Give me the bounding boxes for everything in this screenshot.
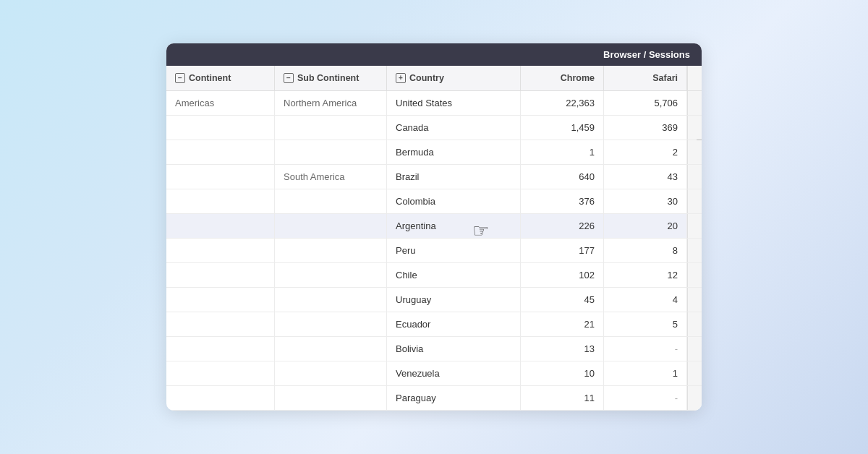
scroll-track-cell — [687, 288, 702, 312]
scroll-track-cell — [687, 140, 702, 164]
continent-cell — [166, 312, 275, 336]
table-row[interactable]: Bermuda12 — [166, 140, 702, 165]
chrome-cell: 1,459 — [521, 116, 604, 140]
country-expand-icon[interactable]: + — [396, 73, 406, 83]
table-row[interactable]: South AmericaBrazil64043 — [166, 165, 702, 189]
sub-continent-cell — [275, 214, 387, 238]
chrome-cell: 640 — [521, 165, 604, 189]
table-row[interactable]: Colombia37630 — [166, 189, 702, 214]
continent-cell — [166, 239, 275, 262]
sub-continent-cell — [275, 140, 387, 164]
table-row[interactable]: Canada1,459369 — [166, 116, 702, 140]
chrome-cell: 45 — [521, 288, 604, 312]
table-row[interactable]: Paraguay11- — [166, 386, 702, 411]
country-cell: Chile — [387, 263, 521, 287]
continent-header[interactable]: − Continent — [166, 66, 275, 90]
scroll-track-cell — [687, 386, 702, 410]
continent-header-label: Continent — [189, 73, 231, 83]
header-title: Browser / Sessions — [603, 49, 690, 60]
chrome-cell: 1 — [521, 140, 604, 164]
continent-cell — [166, 288, 275, 312]
safari-cell: 12 — [604, 263, 687, 287]
country-cell: Venezuela — [387, 361, 521, 385]
sub-continent-cell: Northern America — [275, 91, 387, 115]
safari-cell: 5 — [604, 312, 687, 336]
continent-cell — [166, 165, 275, 189]
safari-cell: 43 — [604, 165, 687, 189]
country-cell: Peru — [387, 239, 521, 262]
table-row[interactable]: Peru1778 — [166, 239, 702, 263]
chrome-cell: 10 — [521, 361, 604, 385]
safari-cell: 20 — [604, 214, 687, 238]
sub-continent-collapse-icon[interactable]: − — [284, 73, 294, 83]
sub-continent-cell — [275, 337, 387, 361]
continent-cell — [166, 140, 275, 164]
scroll-header — [687, 66, 702, 90]
chrome-cell: 21 — [521, 312, 604, 336]
continent-cell: Americas — [166, 91, 275, 115]
country-cell: Bermuda — [387, 140, 521, 164]
chrome-cell: 177 — [521, 239, 604, 262]
continent-cell — [166, 214, 275, 238]
safari-cell: - — [604, 337, 687, 361]
data-table: Browser / Sessions − Continent − Sub Con… — [166, 43, 702, 411]
country-cell: Uruguay — [387, 288, 521, 312]
chrome-cell: 102 — [521, 263, 604, 287]
continent-collapse-icon[interactable]: − — [175, 73, 185, 83]
sub-continent-header[interactable]: − Sub Continent — [275, 66, 387, 90]
safari-cell: 1 — [604, 361, 687, 385]
country-cell: Bolivia — [387, 337, 521, 361]
sub-continent-header-label: Sub Continent — [297, 73, 359, 83]
sub-continent-cell — [275, 263, 387, 287]
safari-cell: - — [604, 386, 687, 410]
column-headers: − Continent − Sub Continent + Country Ch… — [166, 66, 702, 91]
scroll-track-cell — [687, 189, 702, 213]
continent-cell — [166, 386, 275, 410]
country-cell: Argentina☞ — [387, 214, 521, 238]
sub-continent-cell — [275, 386, 387, 410]
scroll-track-cell — [687, 239, 702, 262]
table-row[interactable]: Argentina☞22620 — [166, 214, 702, 239]
safari-header-label: Safari — [652, 73, 678, 83]
table-row[interactable]: Chile10212 — [166, 263, 702, 288]
continent-cell — [166, 361, 275, 385]
sub-continent-cell — [275, 189, 387, 213]
chrome-header-label: Chrome — [561, 73, 595, 83]
scroll-track-cell — [687, 116, 702, 140]
table-row[interactable]: Venezuela101 — [166, 361, 702, 386]
country-cell: United States — [387, 91, 521, 115]
country-cell: Canada — [387, 116, 521, 140]
sub-continent-cell — [275, 312, 387, 336]
chrome-cell: 13 — [521, 337, 604, 361]
table-row[interactable]: AmericasNorthern AmericaUnited States22,… — [166, 91, 702, 116]
chrome-cell: 376 — [521, 189, 604, 213]
safari-cell: 30 — [604, 189, 687, 213]
chrome-header: Chrome — [521, 66, 604, 90]
sub-continent-cell — [275, 239, 387, 262]
safari-cell: 2 — [604, 140, 687, 164]
country-header[interactable]: + Country — [387, 66, 521, 90]
table-header: Browser / Sessions — [166, 43, 702, 66]
chrome-cell: 226 — [521, 214, 604, 238]
scroll-track-cell — [687, 165, 702, 189]
country-header-label: Country — [409, 73, 444, 83]
safari-cell: 8 — [604, 239, 687, 262]
sub-continent-cell: South America — [275, 165, 387, 189]
scroll-track-cell — [687, 91, 702, 115]
table-row[interactable]: Ecuador215 — [166, 312, 702, 337]
scroll-track-cell — [687, 361, 702, 385]
sub-continent-cell — [275, 116, 387, 140]
continent-cell — [166, 337, 275, 361]
scroll-track-cell — [687, 263, 702, 287]
safari-cell: 4 — [604, 288, 687, 312]
safari-cell: 369 — [604, 116, 687, 140]
table-body: AmericasNorthern AmericaUnited States22,… — [166, 91, 702, 411]
scroll-track-cell — [687, 337, 702, 361]
country-cell: Colombia — [387, 189, 521, 213]
chrome-cell: 22,363 — [521, 91, 604, 115]
safari-header: Safari — [604, 66, 687, 90]
table-row[interactable]: Uruguay454 — [166, 288, 702, 312]
sub-continent-cell — [275, 361, 387, 385]
table-row[interactable]: Bolivia13- — [166, 337, 702, 361]
continent-cell — [166, 263, 275, 287]
